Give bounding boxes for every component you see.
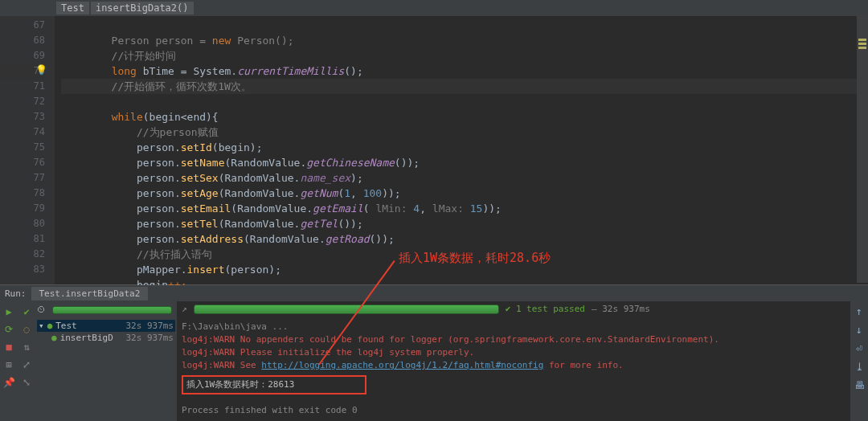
run-tab[interactable]: Test.insertBigData2 bbox=[31, 287, 149, 300]
chevron-down-icon: ▾ bbox=[39, 321, 44, 331]
test-node-child[interactable]: ● insertBigD 32s 937ms bbox=[37, 332, 175, 344]
code-line: long bTime = System.currentTimeMillis(); bbox=[61, 65, 363, 77]
console-line: Process finished with exit code 0 bbox=[182, 404, 863, 417]
test-progress-bar-wide bbox=[194, 305, 499, 314]
run-icon[interactable]: ⟳ bbox=[5, 324, 13, 335]
breadcrumb: Test insertBigData2() bbox=[0, 0, 868, 16]
breadcrumb-class[interactable]: Test bbox=[56, 2, 89, 14]
test-label: insertBigD bbox=[60, 333, 113, 343]
code-line: //计开始时间 bbox=[61, 50, 176, 62]
print-icon[interactable]: 🖶 bbox=[854, 379, 865, 391]
console-line: F:\Java\bin\java ... bbox=[182, 321, 863, 333]
warning-marker[interactable] bbox=[858, 43, 866, 45]
code-line: //为person赋值 bbox=[61, 126, 219, 138]
tests-elapsed: – 32s 937ms bbox=[592, 303, 650, 316]
code-line: //执行插入语句 bbox=[61, 248, 212, 260]
rerun-icon[interactable]: ▶ bbox=[6, 306, 11, 317]
test-ok-icon: ● bbox=[51, 333, 57, 343]
tests-passed-label: ✔ 1 test passed bbox=[506, 303, 585, 316]
wrap-icon[interactable]: ⏎ bbox=[856, 342, 862, 354]
console-line: log4j:WARN See http://logging.apache.org… bbox=[182, 359, 863, 372]
test-progress-bar bbox=[52, 306, 172, 314]
editor-marker-strip[interactable] bbox=[857, 14, 868, 283]
test-time: 32s 937ms bbox=[125, 321, 174, 331]
run-panel-header: Run: Test.insertBigData2 bbox=[0, 285, 868, 301]
run-label: Run: bbox=[0, 288, 31, 299]
code-line: person.setSex(RandomValue.name_sex); bbox=[61, 172, 363, 184]
console-highlight: 插入1W条数据耗时：28613 bbox=[182, 375, 366, 394]
code-line: pMapper.insert(person); bbox=[61, 264, 281, 276]
code-area[interactable]: Person person = new Person(); //计开始时间 lo… bbox=[55, 16, 868, 284]
console-line: log4j:WARN No appenders could be found f… bbox=[182, 333, 863, 346]
test-ok-icon: ● bbox=[47, 321, 53, 331]
console-line: log4j:WARN Please initialize the log4j s… bbox=[182, 346, 863, 359]
stop-icon[interactable]: ■ bbox=[6, 341, 11, 353]
test-time: 32s 937ms bbox=[125, 333, 174, 343]
run-toolbar-right: ↑ ↓ ⏎ ⤓ 🖶 bbox=[850, 300, 868, 421]
filter-ignore-icon[interactable]: ◌ bbox=[23, 324, 29, 335]
history-icon[interactable]: ⏲ bbox=[37, 305, 46, 315]
intention-bulb-icon[interactable]: 💡 bbox=[35, 63, 47, 78]
sort-icon[interactable]: ⇅ bbox=[23, 341, 29, 353]
warning-marker[interactable] bbox=[858, 39, 866, 41]
filter-pass-icon[interactable]: ✔ bbox=[23, 306, 29, 317]
code-line: person.setId(begin); bbox=[61, 141, 262, 153]
run-toolbar-left-2: ✔ ◌ ⇅ ⤢ ⤡ bbox=[18, 301, 35, 421]
test-label: Test bbox=[55, 321, 77, 331]
collapse-icon[interactable]: ⤡ bbox=[23, 377, 31, 388]
code-line: while(begin<end){ bbox=[61, 111, 219, 123]
code-line: person.setTel(RandomValue.getTel()); bbox=[61, 218, 363, 230]
expand-icon[interactable]: ⤢ bbox=[23, 359, 31, 370]
code-editor[interactable]: 💡 676869 707172 737475 767778 798081 828… bbox=[0, 16, 868, 284]
test-tree: ⏲ ▾ ● Test 32s 937ms ● insertBigD 32s 93… bbox=[35, 301, 177, 421]
layout-icon[interactable]: ⊞ bbox=[6, 359, 11, 370]
code-line: person.setEmail(RandomValue.getEmail( lM… bbox=[61, 202, 502, 215]
warning-marker[interactable] bbox=[858, 47, 866, 49]
code-line: person.setName(RandomValue.getChineseNam… bbox=[61, 157, 420, 169]
up-icon[interactable]: ↑ bbox=[856, 305, 862, 317]
scroll-end-icon[interactable]: ⤓ bbox=[855, 361, 864, 373]
code-line: Person person = new Person(); bbox=[61, 35, 294, 47]
code-line: person.setAddress(RandomValue.getRoad())… bbox=[61, 233, 395, 245]
line-gutter: 💡 676869 707172 737475 767778 798081 828… bbox=[0, 16, 55, 284]
run-panel: Run: Test.insertBigData2 ▶ ⟳ ■ ⊞ 📌 ✔ ◌ ⇅… bbox=[0, 284, 868, 421]
pin-icon[interactable]: 📌 bbox=[3, 377, 15, 388]
run-toolbar-left-1: ▶ ⟳ ■ ⊞ 📌 bbox=[0, 301, 18, 421]
breadcrumb-method[interactable]: insertBigData2() bbox=[91, 2, 194, 14]
export-icon[interactable]: ↗ bbox=[182, 303, 187, 316]
down-icon[interactable]: ↓ bbox=[856, 324, 862, 336]
code-line-current: //开始循环，循环次数1W次。 bbox=[61, 79, 868, 94]
test-node-root[interactable]: ▾ ● Test 32s 937ms bbox=[37, 320, 175, 332]
code-line: person.setAge(RandomValue.getNum(1, 100)… bbox=[61, 187, 401, 199]
console-output[interactable]: ↗ ✔ 1 test passed – 32s 937ms F:\Java\bi… bbox=[177, 301, 868, 421]
